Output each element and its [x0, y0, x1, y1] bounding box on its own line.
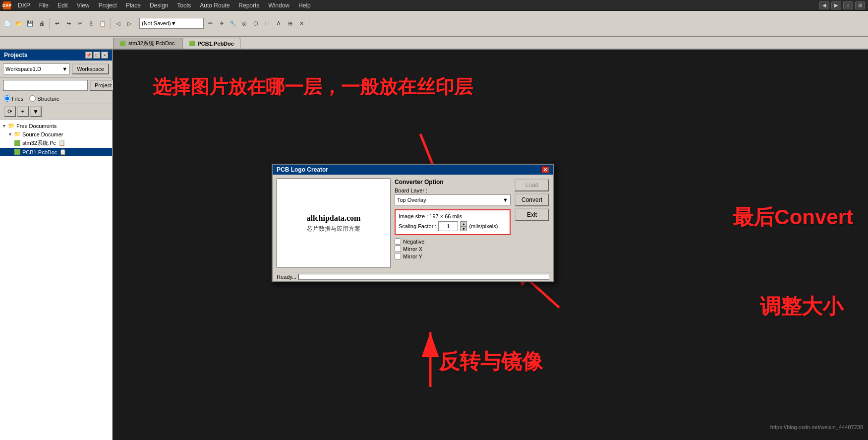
- nav-forward-btn[interactable]: ▶: [831, 1, 841, 9]
- tree-item-source-documer[interactable]: ▼ 📁 Source Documer: [0, 130, 112, 138]
- dialog-action-buttons: Load Convert Exit: [515, 179, 549, 221]
- toolbar-redo-btn[interactable]: ↪: [63, 18, 74, 29]
- tab-bar: 🟩 stm32系统.PcbDoc 🟩 PCB1.PcbDoc: [0, 37, 868, 50]
- menu-design[interactable]: Design: [146, 1, 172, 9]
- nav-extra-btn[interactable]: ⊞: [855, 1, 865, 9]
- menu-project[interactable]: Project: [95, 1, 121, 9]
- sidebar-controls: Workspace1.D ▼ Workspace: [0, 61, 112, 78]
- toolbar-fwd-btn[interactable]: ▷: [124, 18, 135, 29]
- scaling-factor-input[interactable]: [438, 221, 458, 231]
- toolbar: 📄 📂 💾 🖨 ↩ ↪ ✂ ⎘ 📋 ◁ ▷ (Not Saved) ▼ ✏ ✈ …: [0, 11, 868, 37]
- tab-stm32-label: stm32系统.PcbDoc: [128, 40, 175, 47]
- convert-button[interactable]: Convert: [515, 193, 549, 206]
- pcb1-modified-icon: 📋: [59, 149, 66, 155]
- nav-home-btn[interactable]: ⌂: [843, 1, 853, 9]
- sidebar-close-btn[interactable]: ×: [101, 52, 108, 59]
- scaling-row: Scaling Factor : ▲ ▼ (mils/pixels): [399, 221, 507, 231]
- sidebar-refresh-btn[interactable]: ⟳: [4, 106, 16, 117]
- toolbar-paste-btn[interactable]: 📋: [97, 18, 108, 29]
- menu-reports[interactable]: Reports: [234, 1, 263, 9]
- radio-files-label[interactable]: Files: [4, 95, 23, 102]
- toolbar-edit-group: ↩ ↪ ✂ ⎘ 📋: [52, 18, 111, 29]
- toolbar-cut-btn[interactable]: ✂: [74, 18, 85, 29]
- tree-item-stm32[interactable]: 🟩 stm32系统.Pc 📋: [0, 138, 112, 148]
- tab-stm32[interactable]: 🟩 stm32系统.PcbDoc: [113, 38, 181, 49]
- workspace-dropdown[interactable]: Workspace1.D ▼: [3, 63, 70, 74]
- status-text: Ready...: [277, 274, 296, 280]
- toolbar-back-btn[interactable]: ◁: [113, 18, 123, 29]
- menu-view[interactable]: View: [73, 1, 94, 9]
- board-layer-label: Board Layer :: [395, 188, 511, 193]
- expand-icon-source: ▼: [8, 132, 12, 137]
- sidebar-float-btn[interactable]: □: [93, 52, 100, 59]
- menu-help[interactable]: Help: [294, 1, 315, 9]
- toolbar-file-group: 📄 📂 💾 🖨: [2, 18, 50, 29]
- scaling-spin-down[interactable]: ▼: [460, 226, 467, 231]
- menu-dxp[interactable]: DXP: [14, 1, 34, 9]
- logo-preview-sub-text: 芯片数据与应用方案: [307, 225, 360, 233]
- toolbar-save-btn[interactable]: 💾: [25, 18, 36, 29]
- menu-file[interactable]: File: [35, 1, 53, 9]
- checkboxes-group: Negative Mirror X Mirror Y: [395, 238, 511, 259]
- toolbar-tool2-btn[interactable]: ✈: [216, 18, 227, 29]
- file-icon-pcb1: 🟩: [14, 149, 21, 155]
- toolbar-tool8-btn[interactable]: ⊞: [285, 18, 295, 29]
- checkbox-negative-label: Negative: [403, 239, 424, 245]
- menu-place[interactable]: Place: [122, 1, 145, 9]
- toolbar-tool7-btn[interactable]: A: [273, 18, 284, 29]
- radio-files-input[interactable]: [4, 95, 10, 102]
- dialog-right-panel: Converter Option Board Layer : Top Overl…: [395, 179, 549, 268]
- sidebar-controls2: Project: [0, 78, 112, 93]
- menu-tools[interactable]: Tools: [173, 1, 195, 9]
- logo-preview-main-text: allchipdata.com: [307, 214, 361, 223]
- nav-back-btn[interactable]: ◀: [819, 1, 829, 9]
- toolbar-tool3-btn[interactable]: 🔧: [228, 18, 238, 29]
- toolbar-tool9-btn[interactable]: ✕: [296, 18, 307, 29]
- toolbar-tool4-btn[interactable]: ◎: [239, 18, 250, 29]
- canvas-area: 选择图片放在哪一层，一般放在丝印层 最后Convert 调整大小 反转与镜像: [113, 50, 868, 440]
- tree-item-free-docs[interactable]: ▼ 📁 Free Documents: [0, 122, 112, 130]
- toolbar-copy-btn[interactable]: ⎘: [86, 18, 97, 29]
- project-search-input[interactable]: [3, 80, 88, 91]
- checkbox-negative[interactable]: [395, 238, 401, 245]
- expand-icon-free-docs: ▼: [2, 124, 6, 128]
- toolbar-new-btn[interactable]: 📄: [2, 18, 13, 29]
- menu-window[interactable]: Window: [264, 1, 293, 9]
- checkbox-mirrorx-label: Mirror X: [403, 246, 422, 252]
- dialog-preview-panel: allchipdata.com 芯片数据与应用方案: [277, 179, 391, 268]
- annotation-top: 选择图片放在哪一层，一般放在丝印层: [153, 74, 473, 100]
- sidebar-title: Projects: [4, 52, 27, 59]
- titlebar-right-controls: ◀ ▶ ⌂ ⊞: [819, 1, 865, 9]
- dialog-right-top: Converter Option Board Layer : Top Overl…: [395, 179, 549, 260]
- toolbar-print-btn[interactable]: 🖨: [36, 18, 47, 29]
- checkbox-mirror-x[interactable]: [395, 246, 401, 252]
- workspace-button[interactable]: Workspace: [72, 63, 109, 74]
- saved-state-dropdown[interactable]: (Not Saved) ▼: [139, 18, 204, 29]
- sidebar-add-btn[interactable]: +: [17, 106, 29, 117]
- board-layer-arrow: ▼: [503, 197, 508, 203]
- checkbox-mirror-y[interactable]: [395, 253, 401, 259]
- radio-structure-input[interactable]: [29, 95, 36, 102]
- tree-item-pcb1[interactable]: 🟩 PCB1.PcbDoc 📋: [0, 148, 112, 156]
- main-layout: Projects 📌 □ × Workspace1.D ▼ Workspace …: [0, 50, 868, 440]
- menu-edit[interactable]: Edit: [54, 1, 72, 9]
- board-layer-dropdown[interactable]: Top Overlay ▼: [395, 194, 511, 205]
- toolbar-open-btn[interactable]: 📂: [13, 18, 24, 29]
- dialog-close-btn[interactable]: ✕: [541, 166, 549, 173]
- load-button[interactable]: Load: [515, 179, 549, 191]
- sidebar-pin-btn[interactable]: 📌: [85, 52, 92, 59]
- exit-button[interactable]: Exit: [515, 208, 549, 221]
- toolbar-tool6-btn[interactable]: □: [262, 18, 273, 29]
- tab-pcb1[interactable]: 🟩 PCB1.PcbDoc: [182, 38, 240, 49]
- sidebar-header-controls: 📌 □ ×: [85, 52, 108, 59]
- app-logo: DXP: [3, 1, 11, 9]
- sidebar-more-btn[interactable]: ▼: [30, 106, 42, 117]
- toolbar-tool5-btn[interactable]: ⬡: [250, 18, 261, 29]
- radio-structure-label[interactable]: Structure: [29, 95, 59, 102]
- dialog-status-bar: Ready...: [273, 272, 553, 281]
- scaling-spin-up[interactable]: ▲: [460, 221, 467, 226]
- toolbar-undo-btn[interactable]: ↩: [52, 18, 62, 29]
- menu-autoroute[interactable]: Auto Route: [196, 1, 233, 9]
- toolbar-tool1-btn[interactable]: ✏: [205, 18, 216, 29]
- dialog-options: Converter Option Board Layer : Top Overl…: [395, 179, 511, 260]
